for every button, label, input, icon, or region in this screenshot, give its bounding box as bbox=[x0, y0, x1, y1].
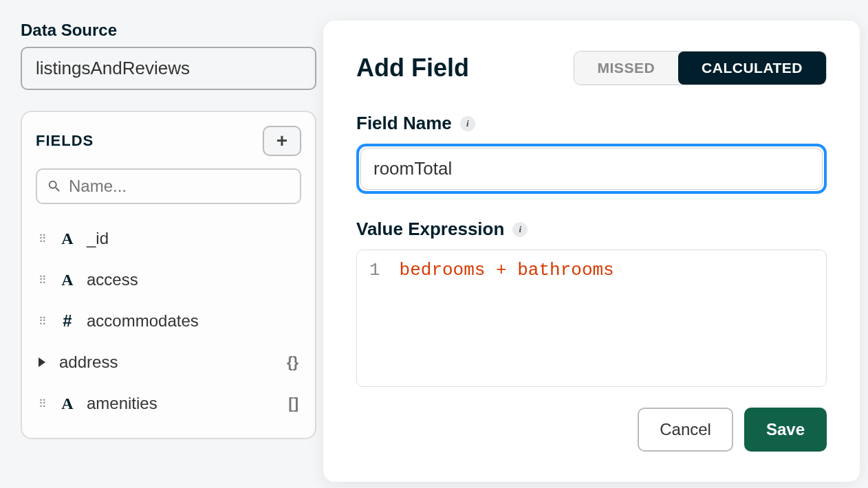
field-name-label: amenities bbox=[87, 394, 158, 413]
data-source-label: Data Source bbox=[21, 21, 117, 40]
type-object-icon: {} bbox=[287, 353, 299, 371]
value-expression-label: Value Expression bbox=[356, 219, 504, 240]
type-string-icon: A bbox=[59, 230, 76, 248]
info-icon[interactable]: i bbox=[512, 222, 528, 237]
type-number-icon: # bbox=[59, 311, 76, 331]
tab-missed[interactable]: MISSED bbox=[574, 52, 679, 85]
type-string-icon: A bbox=[59, 271, 76, 289]
field-type-tabs: MISSED CALCULATED bbox=[574, 51, 827, 85]
field-item[interactable]: ⠿ A amenities [] bbox=[36, 383, 301, 424]
field-item[interactable]: ⠿ A _id bbox=[36, 218, 301, 259]
fields-search-wrap[interactable] bbox=[36, 168, 301, 204]
field-name-label: Field Name bbox=[356, 113, 452, 134]
type-array-icon: [] bbox=[288, 395, 299, 412]
add-field-button[interactable]: + bbox=[263, 126, 301, 156]
search-icon bbox=[47, 179, 62, 194]
value-expression-editor[interactable]: 1 bedrooms + bathrooms bbox=[356, 249, 827, 387]
fields-search-input[interactable] bbox=[69, 177, 290, 196]
field-name-label: access bbox=[87, 270, 138, 289]
tab-calculated[interactable]: CALCULATED bbox=[678, 52, 826, 85]
add-field-modal: Add Field MISSED CALCULATED Field Name i… bbox=[323, 21, 860, 482]
drag-handle-icon[interactable]: ⠿ bbox=[39, 397, 48, 410]
code-content[interactable]: bedrooms + bathrooms bbox=[393, 250, 826, 386]
field-name-label: address bbox=[59, 353, 118, 372]
drag-handle-icon[interactable]: ⠿ bbox=[39, 315, 48, 328]
drag-handle-icon[interactable]: ⠿ bbox=[39, 232, 48, 245]
fields-panel: FIELDS + ⠿ A _id ⠿ A access ⠿ # accommod… bbox=[21, 111, 316, 439]
field-item[interactable]: ⠿ A access bbox=[36, 259, 301, 300]
data-source-select[interactable]: listingsAndReviews bbox=[21, 47, 316, 90]
cancel-button[interactable]: Cancel bbox=[638, 408, 733, 452]
field-name-label: _id bbox=[87, 229, 109, 248]
save-button[interactable]: Save bbox=[744, 408, 827, 452]
field-item[interactable]: address {} bbox=[36, 342, 301, 383]
fields-panel-title: FIELDS bbox=[36, 132, 94, 150]
field-name-label: accommodates bbox=[87, 311, 199, 331]
field-item[interactable]: ⠿ # accommodates bbox=[36, 300, 301, 342]
field-name-input[interactable] bbox=[360, 148, 823, 190]
drag-handle-icon[interactable]: ⠿ bbox=[39, 274, 48, 287]
line-number: 1 bbox=[357, 250, 393, 386]
chevron-right-icon[interactable] bbox=[39, 357, 45, 367]
modal-title: Add Field bbox=[356, 54, 469, 82]
type-string-icon: A bbox=[59, 395, 76, 413]
info-icon[interactable]: i bbox=[460, 116, 475, 131]
